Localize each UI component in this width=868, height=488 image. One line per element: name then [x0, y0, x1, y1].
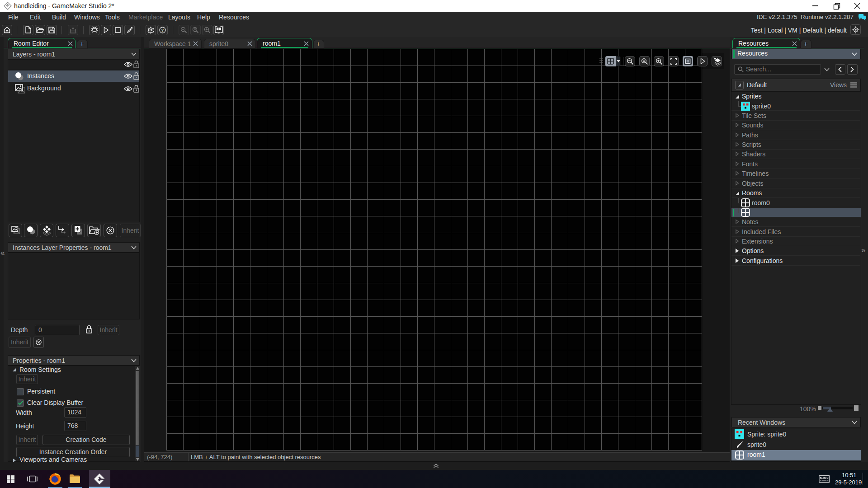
svg-text:?: ?: [161, 28, 164, 33]
